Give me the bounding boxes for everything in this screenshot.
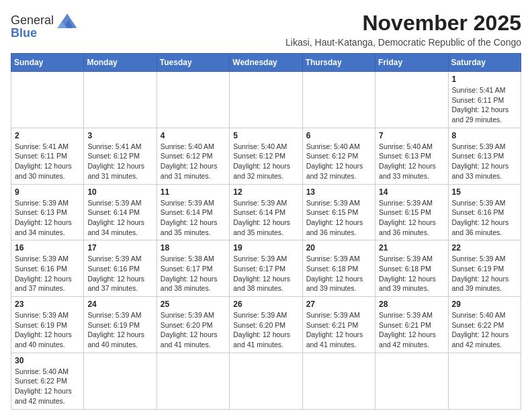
day-info: Sunrise: 5:39 AM Sunset: 6:20 PM Dayligh… — [233, 310, 298, 350]
weekday-header-wednesday: Wednesday — [230, 54, 302, 72]
calendar-week-row: 1Sunrise: 5:41 AM Sunset: 6:11 PM Daylig… — [11, 72, 521, 128]
day-number: 10 — [87, 187, 152, 197]
day-info: Sunrise: 5:39 AM Sunset: 6:17 PM Dayligh… — [233, 254, 298, 293]
calendar-cell: 25Sunrise: 5:39 AM Sunset: 6:20 PM Dayli… — [157, 297, 229, 353]
calendar-table: SundayMondayTuesdayWednesdayThursdayFrid… — [11, 53, 521, 410]
calendar-cell — [11, 72, 84, 128]
day-info: Sunrise: 5:39 AM Sunset: 6:19 PM Dayligh… — [452, 254, 517, 293]
day-number: 26 — [233, 300, 298, 309]
calendar-cell — [157, 72, 229, 128]
weekday-header-sunday: Sunday — [11, 54, 84, 72]
calendar-cell: 22Sunrise: 5:39 AM Sunset: 6:19 PM Dayli… — [448, 240, 521, 297]
day-info: Sunrise: 5:39 AM Sunset: 6:21 PM Dayligh… — [306, 310, 371, 350]
day-info: Sunrise: 5:39 AM Sunset: 6:18 PM Dayligh… — [306, 254, 371, 293]
logo: General Blue — [11, 11, 79, 40]
calendar-cell: 29Sunrise: 5:40 AM Sunset: 6:22 PM Dayli… — [448, 297, 521, 353]
day-info: Sunrise: 5:41 AM Sunset: 6:11 PM Dayligh… — [452, 85, 517, 125]
calendar-cell: 12Sunrise: 5:39 AM Sunset: 6:14 PM Dayli… — [230, 184, 302, 240]
calendar-cell: 24Sunrise: 5:39 AM Sunset: 6:19 PM Dayli… — [84, 297, 157, 353]
calendar-cell: 7Sunrise: 5:40 AM Sunset: 6:13 PM Daylig… — [375, 128, 448, 184]
calendar-cell — [230, 353, 302, 409]
day-number: 13 — [306, 187, 371, 197]
calendar-cell — [84, 353, 157, 409]
day-info: Sunrise: 5:38 AM Sunset: 6:17 PM Dayligh… — [161, 254, 226, 293]
calendar-cell — [84, 72, 157, 128]
day-info: Sunrise: 5:39 AM Sunset: 6:16 PM Dayligh… — [452, 198, 517, 238]
day-number: 11 — [161, 187, 226, 197]
calendar-cell — [302, 353, 375, 409]
day-number: 16 — [15, 243, 80, 253]
day-number: 14 — [379, 187, 444, 197]
day-number: 29 — [452, 300, 517, 309]
calendar-cell — [230, 72, 302, 128]
calendar-cell: 21Sunrise: 5:39 AM Sunset: 6:18 PM Dayli… — [375, 240, 448, 297]
calendar-cell — [375, 72, 448, 128]
day-info: Sunrise: 5:40 AM Sunset: 6:13 PM Dayligh… — [379, 142, 444, 181]
weekday-header-saturday: Saturday — [448, 54, 521, 72]
calendar-week-row: 23Sunrise: 5:39 AM Sunset: 6:19 PM Dayli… — [11, 297, 521, 353]
day-info: Sunrise: 5:40 AM Sunset: 6:12 PM Dayligh… — [306, 142, 371, 181]
day-info: Sunrise: 5:39 AM Sunset: 6:19 PM Dayligh… — [87, 310, 152, 350]
day-number: 24 — [87, 300, 152, 309]
weekday-header-thursday: Thursday — [302, 54, 375, 72]
calendar-cell: 9Sunrise: 5:39 AM Sunset: 6:13 PM Daylig… — [11, 184, 84, 240]
calendar-cell: 10Sunrise: 5:39 AM Sunset: 6:14 PM Dayli… — [84, 184, 157, 240]
calendar-cell: 2Sunrise: 5:41 AM Sunset: 6:11 PM Daylig… — [11, 128, 84, 184]
day-number: 4 — [161, 131, 226, 140]
day-number: 25 — [161, 300, 226, 309]
logo-general-text: General — [11, 14, 54, 28]
calendar-week-row: 30Sunrise: 5:40 AM Sunset: 6:22 PM Dayli… — [11, 353, 521, 409]
calendar-cell: 17Sunrise: 5:39 AM Sunset: 6:16 PM Dayli… — [84, 240, 157, 297]
day-number: 23 — [15, 300, 80, 309]
calendar-cell: 19Sunrise: 5:39 AM Sunset: 6:17 PM Dayli… — [230, 240, 302, 297]
day-info: Sunrise: 5:39 AM Sunset: 6:19 PM Dayligh… — [15, 310, 80, 350]
weekday-header-friday: Friday — [375, 54, 448, 72]
day-info: Sunrise: 5:40 AM Sunset: 6:22 PM Dayligh… — [452, 310, 517, 350]
day-number: 19 — [233, 243, 298, 253]
calendar-cell: 26Sunrise: 5:39 AM Sunset: 6:20 PM Dayli… — [230, 297, 302, 353]
page-header: General Blue November 2025 Likasi, Haut-… — [11, 11, 521, 48]
calendar-cell: 30Sunrise: 5:40 AM Sunset: 6:22 PM Dayli… — [11, 353, 84, 409]
day-number: 3 — [87, 131, 152, 140]
day-info: Sunrise: 5:39 AM Sunset: 6:13 PM Dayligh… — [15, 198, 80, 238]
calendar-cell — [157, 353, 229, 409]
day-number: 28 — [379, 300, 444, 309]
calendar-cell: 8Sunrise: 5:39 AM Sunset: 6:13 PM Daylig… — [448, 128, 521, 184]
day-number: 22 — [452, 243, 517, 253]
day-info: Sunrise: 5:39 AM Sunset: 6:18 PM Dayligh… — [379, 254, 444, 293]
day-info: Sunrise: 5:39 AM Sunset: 6:16 PM Dayligh… — [15, 254, 80, 293]
day-info: Sunrise: 5:39 AM Sunset: 6:16 PM Dayligh… — [87, 254, 152, 293]
calendar-cell: 16Sunrise: 5:39 AM Sunset: 6:16 PM Dayli… — [11, 240, 84, 297]
day-info: Sunrise: 5:40 AM Sunset: 6:22 PM Dayligh… — [15, 367, 80, 406]
day-number: 27 — [306, 300, 371, 309]
calendar-cell: 23Sunrise: 5:39 AM Sunset: 6:19 PM Dayli… — [11, 297, 84, 353]
calendar-week-row: 2Sunrise: 5:41 AM Sunset: 6:11 PM Daylig… — [11, 128, 521, 184]
weekday-header-monday: Monday — [84, 54, 157, 72]
title-block: November 2025 Likasi, Haut-Katanga, Demo… — [285, 11, 521, 48]
calendar-cell: 27Sunrise: 5:39 AM Sunset: 6:21 PM Dayli… — [302, 297, 375, 353]
day-info: Sunrise: 5:41 AM Sunset: 6:12 PM Dayligh… — [87, 142, 152, 181]
day-info: Sunrise: 5:39 AM Sunset: 6:15 PM Dayligh… — [379, 198, 444, 238]
calendar-cell: 3Sunrise: 5:41 AM Sunset: 6:12 PM Daylig… — [84, 128, 157, 184]
calendar-cell — [448, 353, 521, 409]
weekday-header-tuesday: Tuesday — [157, 54, 229, 72]
day-info: Sunrise: 5:39 AM Sunset: 6:13 PM Dayligh… — [452, 142, 517, 181]
day-info: Sunrise: 5:39 AM Sunset: 6:15 PM Dayligh… — [306, 198, 371, 238]
calendar-cell: 11Sunrise: 5:39 AM Sunset: 6:14 PM Dayli… — [157, 184, 229, 240]
weekday-header-row: SundayMondayTuesdayWednesdayThursdayFrid… — [11, 54, 521, 72]
day-number: 30 — [15, 356, 80, 365]
day-number: 2 — [15, 131, 80, 140]
calendar-cell: 13Sunrise: 5:39 AM Sunset: 6:15 PM Dayli… — [302, 184, 375, 240]
calendar-cell: 28Sunrise: 5:39 AM Sunset: 6:21 PM Dayli… — [375, 297, 448, 353]
calendar-subtitle: Likasi, Haut-Katanga, Democratic Republi… — [285, 37, 521, 48]
day-number: 20 — [306, 243, 371, 253]
day-info: Sunrise: 5:39 AM Sunset: 6:14 PM Dayligh… — [161, 198, 226, 238]
calendar-cell: 1Sunrise: 5:41 AM Sunset: 6:11 PM Daylig… — [448, 72, 521, 128]
calendar-cell: 20Sunrise: 5:39 AM Sunset: 6:18 PM Dayli… — [302, 240, 375, 297]
day-number: 8 — [452, 131, 517, 140]
day-info: Sunrise: 5:39 AM Sunset: 6:14 PM Dayligh… — [233, 198, 298, 238]
day-info: Sunrise: 5:40 AM Sunset: 6:12 PM Dayligh… — [233, 142, 298, 181]
calendar-cell: 4Sunrise: 5:40 AM Sunset: 6:12 PM Daylig… — [157, 128, 229, 184]
day-info: Sunrise: 5:39 AM Sunset: 6:20 PM Dayligh… — [161, 310, 226, 350]
calendar-cell: 5Sunrise: 5:40 AM Sunset: 6:12 PM Daylig… — [230, 128, 302, 184]
